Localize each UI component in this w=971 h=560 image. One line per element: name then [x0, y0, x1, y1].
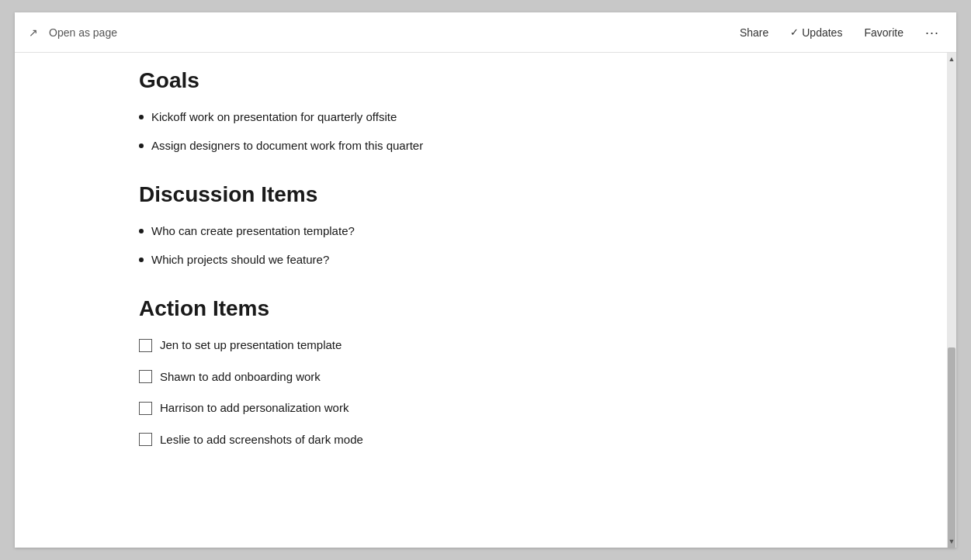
- scroll-up-arrow[interactable]: ▲: [947, 53, 956, 65]
- scroll-down-arrow[interactable]: ▼: [947, 535, 956, 548]
- content-area: Goals Kickoff work on presentation for q…: [15, 53, 947, 548]
- checkbox-3[interactable]: [139, 402, 152, 415]
- discussion-list: Who can create presentation template? Wh…: [139, 223, 831, 268]
- discussion-item-2: Which projects should we feature?: [151, 251, 329, 269]
- discussion-title: Discussion Items: [139, 182, 831, 207]
- updates-button[interactable]: ✓ Updates: [785, 23, 847, 42]
- favorite-button[interactable]: Favorite: [859, 23, 908, 42]
- toolbar: ↗ Open as page Share ✓ Updates Favorite …: [15, 12, 956, 53]
- action-item-2: Shawn to add onboarding work: [160, 368, 321, 386]
- list-item: Harrison to add personalization work: [139, 399, 831, 417]
- list-item: Which projects should we feature?: [139, 251, 831, 269]
- list-item: Leslie to add screenshots of dark mode: [139, 431, 831, 449]
- toolbar-left: ↗ Open as page: [27, 23, 122, 42]
- list-item: Assign designers to document work from t…: [139, 137, 831, 155]
- scrollbar-track: ▲ ▼: [947, 53, 956, 548]
- list-item: Jen to set up presentation template: [139, 337, 831, 354]
- toolbar-right: Share ✓ Updates Favorite ···: [735, 22, 944, 43]
- goals-item-2: Assign designers to document work from t…: [151, 137, 423, 155]
- list-item: Who can create presentation template?: [139, 223, 831, 240]
- action-items-section: Action Items Jen to set up presentation …: [139, 296, 831, 448]
- open-as-page-icon: ↗: [27, 26, 40, 39]
- app-container: ↗ Open as page Share ✓ Updates Favorite …: [0, 0, 971, 560]
- goals-list: Kickoff work on presentation for quarter…: [139, 109, 831, 154]
- check-icon: ✓: [790, 26, 799, 38]
- checkbox-4[interactable]: [139, 433, 152, 446]
- action-item-4: Leslie to add screenshots of dark mode: [160, 431, 363, 449]
- checkbox-2[interactable]: [139, 370, 152, 383]
- action-item-1: Jen to set up presentation template: [160, 337, 342, 354]
- bullet-dot: [139, 115, 144, 119]
- bullet-dot: [139, 229, 144, 233]
- action-item-3: Harrison to add personalization work: [160, 399, 349, 417]
- share-button[interactable]: Share: [735, 23, 773, 42]
- updates-label: Updates: [802, 26, 842, 39]
- open-as-page-button[interactable]: Open as page: [44, 23, 122, 42]
- goals-title: Goals: [139, 68, 831, 93]
- list-item: Kickoff work on presentation for quarter…: [139, 109, 831, 126]
- list-item: Shawn to add onboarding work: [139, 368, 831, 386]
- more-options-button[interactable]: ···: [921, 22, 944, 43]
- action-items-list: Jen to set up presentation template Shaw…: [139, 337, 831, 448]
- bullet-dot: [139, 143, 144, 148]
- goals-item-1: Kickoff work on presentation for quarter…: [151, 109, 397, 126]
- panel: ↗ Open as page Share ✓ Updates Favorite …: [15, 12, 956, 548]
- discussion-section: Discussion Items Who can create presenta…: [139, 182, 831, 268]
- discussion-item-1: Who can create presentation template?: [151, 223, 355, 240]
- content-wrapper: Goals Kickoff work on presentation for q…: [15, 53, 956, 548]
- goals-section: Goals Kickoff work on presentation for q…: [139, 68, 831, 154]
- action-items-title: Action Items: [139, 296, 831, 321]
- scrollbar-thumb[interactable]: [948, 347, 955, 548]
- checkbox-1[interactable]: [139, 339, 152, 352]
- bullet-dot: [139, 258, 144, 262]
